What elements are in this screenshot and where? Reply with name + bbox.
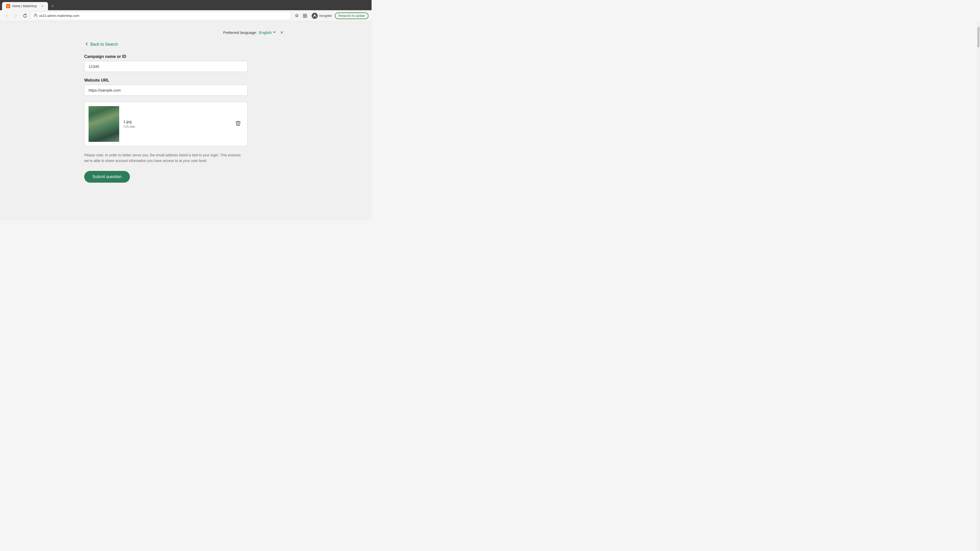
forward-nav-button[interactable]	[12, 12, 19, 19]
svg-rect-4	[305, 14, 307, 16]
svg-point-11	[103, 113, 115, 127]
file-size: 725.4kb	[123, 125, 229, 129]
svg-rect-26	[100, 122, 103, 123]
close-button[interactable]: ×	[280, 30, 283, 35]
svg-rect-20	[100, 112, 103, 132]
reload-button[interactable]	[21, 12, 29, 19]
browser-chrome: M Home | Mailchimp × +	[0, 0, 372, 21]
file-upload-group: 1.jpg 725.4kb	[84, 102, 287, 146]
svg-rect-25	[100, 120, 103, 122]
submit-button[interactable]: Submit question	[84, 171, 130, 183]
file-info: 1.jpg 725.4kb	[123, 119, 229, 129]
language-value: English	[259, 30, 272, 35]
svg-rect-23	[100, 116, 103, 118]
svg-text:M: M	[7, 5, 9, 8]
svg-rect-3	[303, 14, 305, 16]
svg-point-9	[89, 111, 100, 127]
page-content: Preferred language: English × Back to Se…	[0, 21, 372, 221]
notice-text: Please note: In order to better serve yo…	[84, 152, 248, 164]
svg-rect-21	[100, 114, 103, 114]
delete-file-button[interactable]	[233, 118, 243, 130]
address-text: us21.admin.mailchimp.com	[39, 14, 80, 17]
tab-favicon: M	[6, 4, 10, 8]
address-bar[interactable]: us21.admin.mailchimp.com	[30, 12, 291, 20]
incognito-profile[interactable]: Incognito	[310, 12, 334, 20]
website-label: Website URL	[84, 78, 287, 83]
back-to-search-link[interactable]: Back to Search	[84, 41, 287, 47]
svg-rect-19	[99, 111, 104, 133]
language-label: Preferred language:	[223, 30, 257, 35]
svg-rect-5	[303, 16, 305, 17]
svg-point-13	[89, 108, 96, 119]
new-tab-button[interactable]: +	[49, 3, 56, 10]
campaign-form-group: Campaign name or ID	[84, 54, 287, 72]
svg-rect-6	[305, 16, 307, 17]
back-arrow-icon	[84, 41, 89, 47]
thumbnail-image	[89, 106, 119, 142]
website-input[interactable]	[84, 85, 248, 96]
svg-rect-30	[100, 110, 103, 112]
svg-rect-17	[89, 132, 119, 142]
toolbar-right: Incognito Relaunch to update	[293, 12, 369, 20]
svg-point-12	[108, 111, 119, 124]
file-name: 1.jpg	[123, 119, 229, 124]
back-nav-button[interactable]	[3, 12, 10, 19]
svg-point-14	[111, 107, 119, 120]
file-item: 1.jpg 725.4kb	[89, 106, 243, 142]
relaunch-button[interactable]: Relaunch to update	[335, 13, 369, 19]
incognito-avatar	[312, 13, 318, 19]
svg-rect-18	[89, 134, 119, 142]
active-tab[interactable]: M Home | Mailchimp ×	[2, 2, 48, 10]
svg-rect-27	[100, 124, 103, 125]
svg-rect-8	[89, 106, 119, 142]
bookmark-icon[interactable]	[293, 12, 301, 19]
tab-close-button[interactable]: ×	[41, 4, 44, 8]
svg-point-16	[106, 121, 115, 129]
file-upload-area: 1.jpg 725.4kb	[84, 102, 248, 146]
back-to-search-label: Back to Search	[90, 42, 118, 47]
lock-icon	[34, 14, 37, 18]
main-container: Preferred language: English × Back to Se…	[76, 30, 296, 183]
tab-title: Home | Mailchimp	[12, 4, 39, 8]
campaign-label: Campaign name or ID	[84, 54, 287, 59]
incognito-label: Incognito	[319, 14, 332, 17]
svg-rect-29	[100, 127, 103, 128]
website-form-group: Website URL	[84, 78, 287, 96]
language-bar: Preferred language: English ×	[84, 30, 287, 35]
language-selector[interactable]: English	[259, 30, 276, 35]
chevron-down-icon	[272, 30, 276, 35]
campaign-input[interactable]	[84, 61, 248, 72]
browser-tabs: M Home | Mailchimp × +	[0, 0, 372, 10]
file-thumbnail	[89, 106, 119, 142]
extensions-icon[interactable]	[301, 12, 309, 19]
svg-rect-2	[34, 15, 37, 17]
browser-toolbar: us21.admin.mailchimp.com	[0, 10, 372, 21]
svg-rect-24	[100, 119, 103, 119]
svg-point-10	[94, 107, 109, 125]
svg-point-15	[94, 119, 104, 129]
